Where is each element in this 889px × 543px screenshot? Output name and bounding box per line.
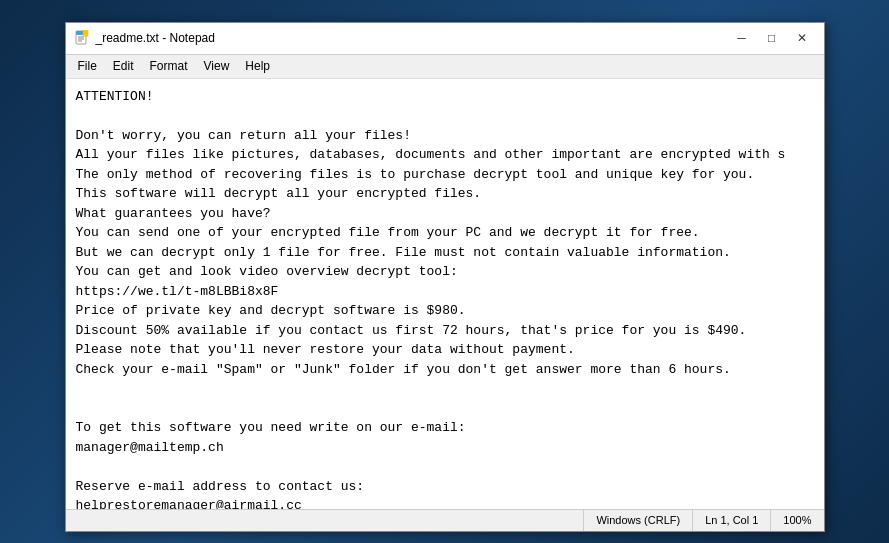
menu-format[interactable]: Format [142, 57, 196, 75]
menu-help[interactable]: Help [237, 57, 278, 75]
close-button[interactable]: ✕ [788, 28, 816, 48]
status-bar: Windows (CRLF) Ln 1, Col 1 100% [66, 509, 824, 531]
notepad-window: _readme.txt - Notepad ─ □ ✕ File Edit Fo… [65, 22, 825, 532]
title-bar: _readme.txt - Notepad ─ □ ✕ [66, 23, 824, 55]
text-container: ATTENTION! Don't worry, you can return a… [66, 79, 824, 509]
minimize-button[interactable]: ─ [728, 28, 756, 48]
menu-file[interactable]: File [70, 57, 105, 75]
menu-bar: File Edit Format View Help [66, 55, 824, 79]
window-title: _readme.txt - Notepad [96, 31, 728, 45]
menu-view[interactable]: View [196, 57, 238, 75]
text-editor[interactable]: ATTENTION! Don't worry, you can return a… [66, 79, 824, 509]
svg-rect-5 [83, 30, 88, 36]
status-line-ending: Windows (CRLF) [583, 510, 692, 531]
maximize-button[interactable]: □ [758, 28, 786, 48]
notepad-icon [74, 30, 90, 46]
menu-edit[interactable]: Edit [105, 57, 142, 75]
status-zoom: 100% [770, 510, 823, 531]
status-cursor: Ln 1, Col 1 [692, 510, 770, 531]
window-controls: ─ □ ✕ [728, 28, 816, 48]
